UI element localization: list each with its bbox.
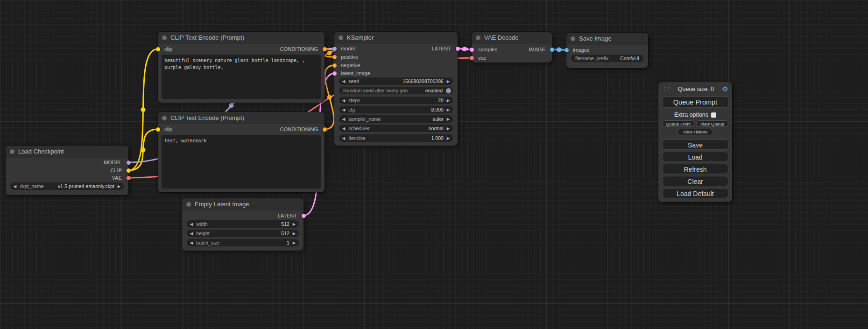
node-title-bar[interactable]: KSampler	[334, 32, 458, 44]
arrow-right-icon[interactable]: ▶	[118, 184, 120, 189]
node-title-bar[interactable]: Empty Latent Image	[182, 198, 303, 210]
arrow-left-icon[interactable]: ◀	[342, 108, 345, 112]
settings-gear-icon[interactable]: ⚙	[722, 85, 728, 93]
output-dot-model[interactable]	[127, 161, 131, 165]
arrow-left-icon[interactable]: ◀	[190, 222, 193, 226]
view-history-button[interactable]: View History	[677, 129, 714, 135]
widget-cfg[interactable]: ◀ cfg 8.000 ▶	[339, 106, 453, 113]
widget-label: seed	[348, 78, 359, 84]
node-ksampler[interactable]: KSampler model positive negative latent_…	[334, 32, 458, 146]
input-dot-model[interactable]	[332, 47, 337, 51]
collapse-dot[interactable]	[476, 35, 480, 40]
widget-batch-size[interactable]: ◀ batch_size 1 ▶	[187, 239, 299, 246]
collapse-dot[interactable]	[339, 35, 343, 40]
node-title-bar[interactable]: Load Checkpoint	[6, 146, 128, 158]
arrow-right-icon[interactable]: ▶	[293, 222, 296, 226]
extra-options-checkbox[interactable]	[711, 112, 716, 118]
output-label: CLIP	[111, 168, 122, 173]
input-dot-latent-image[interactable]	[332, 71, 337, 76]
collapse-dot[interactable]	[571, 36, 575, 41]
input-slot-samples: samples	[472, 46, 497, 53]
drag-handle-icon[interactable]: ⋮⋮	[662, 86, 670, 92]
queue-prompt-button[interactable]: Queue Prompt	[662, 96, 728, 108]
input-dot-clip[interactable]	[156, 127, 160, 132]
arrow-right-icon[interactable]: ▶	[293, 231, 296, 236]
widget-height[interactable]: ◀ height 512 ▶	[187, 230, 299, 237]
load-button[interactable]: Load	[662, 152, 728, 162]
node-clip-text-encode-positive[interactable]: CLIP Text Encode (Prompt) clip CONDITION…	[158, 32, 325, 103]
input-dot-images[interactable]	[565, 48, 569, 52]
node-clip-text-encode-negative[interactable]: CLIP Text Encode (Prompt) clip CONDITION…	[158, 112, 325, 192]
arrow-right-icon[interactable]: ▶	[447, 117, 450, 121]
widget-random-seed-toggle[interactable]: Random seed after every gen enabled	[339, 87, 453, 94]
node-load-checkpoint[interactable]: Load Checkpoint MODEL CLIP VAE ◀ ckpt_na…	[6, 146, 128, 195]
refresh-button[interactable]: Refresh	[662, 164, 728, 174]
queue-front-button[interactable]: Queue Front	[662, 120, 694, 127]
widget-denoise[interactable]: ◀ denoise 1.000 ▶	[339, 134, 453, 142]
collapse-dot[interactable]	[162, 116, 167, 120]
widget-ckpt-name[interactable]: ◀ ckpt_name v1-5-pruned-emaonly.ckpt ▶	[10, 182, 124, 190]
input-dot-vae[interactable]	[470, 56, 474, 60]
node-vae-decode[interactable]: VAE Decode samples vae IMAGE	[472, 32, 552, 63]
node-save-image[interactable]: Save Image images filename_prefix ComfyU…	[566, 33, 648, 68]
collapse-dot[interactable]	[162, 35, 167, 40]
output-slot-image: IMAGE	[529, 46, 552, 53]
queue-panel-header[interactable]: ⋮⋮ Queue size: 0 ⚙	[662, 85, 728, 93]
output-dot-latent[interactable]	[302, 214, 306, 218]
arrow-right-icon[interactable]: ▶	[447, 126, 450, 131]
arrow-left-icon[interactable]: ◀	[342, 126, 345, 131]
save-button[interactable]: Save	[662, 140, 728, 150]
arrow-left-icon[interactable]: ◀	[342, 136, 345, 140]
node-empty-latent-image[interactable]: Empty Latent Image LATENT ◀ width 512 ▶ …	[182, 198, 303, 251]
clear-button[interactable]: Clear	[662, 176, 728, 186]
toggle-knob[interactable]	[446, 88, 451, 93]
arrow-left-icon[interactable]: ◀	[190, 231, 193, 236]
prompt-textarea[interactable]: text, watermark	[162, 135, 321, 189]
arrow-right-icon[interactable]: ▶	[293, 241, 296, 245]
input-dot-clip[interactable]	[156, 47, 160, 51]
arrow-right-icon[interactable]: ▶	[447, 108, 450, 112]
output-dot-conditioning[interactable]	[323, 47, 327, 51]
arrow-left-icon[interactable]: ◀	[342, 79, 345, 84]
input-dot-samples[interactable]	[470, 48, 474, 52]
node-title-bar[interactable]: CLIP Text Encode (Prompt)	[158, 112, 325, 124]
arrow-right-icon[interactable]: ▶	[447, 98, 450, 103]
widget-value: 512	[210, 231, 289, 236]
arrow-left-icon[interactable]: ◀	[190, 241, 193, 245]
output-dot-clip[interactable]	[127, 168, 131, 173]
widget-seed[interactable]: ◀ seed 156680208700286 ▶	[339, 77, 453, 85]
widget-sampler-name[interactable]: ◀ sampler_name euler ▶	[339, 115, 453, 123]
input-dot-positive[interactable]	[332, 55, 337, 59]
output-dot-conditioning[interactable]	[323, 127, 327, 132]
node-graph-canvas[interactable]: Load Checkpoint MODEL CLIP VAE ◀ ckpt_na…	[0, 0, 868, 329]
node-title-bar[interactable]: CLIP Text Encode (Prompt)	[158, 32, 325, 44]
widget-label: steps	[348, 98, 360, 103]
widget-steps[interactable]: ◀ steps 20 ▶	[339, 97, 453, 104]
arrow-right-icon[interactable]: ▶	[447, 136, 450, 140]
prompt-textarea[interactable]: beautiful scenery nature glass bottle la…	[162, 55, 321, 99]
widget-label: height	[196, 231, 210, 236]
input-dot-negative[interactable]	[332, 63, 337, 68]
widget-label: sampler_name	[348, 116, 381, 122]
link-midpoint-dot	[327, 51, 332, 56]
collapse-dot[interactable]	[186, 202, 191, 207]
queue-small-buttons-row: Queue Front View Queue	[662, 120, 728, 127]
collapse-dot[interactable]	[10, 149, 14, 154]
output-dot-image[interactable]	[550, 48, 554, 52]
widget-width[interactable]: ◀ width 512 ▶	[187, 220, 299, 228]
arrow-right-icon[interactable]: ▶	[447, 79, 450, 84]
node-title-bar[interactable]: Save Image	[566, 33, 648, 45]
node-title: VAE Decode	[484, 34, 518, 41]
widget-scheduler[interactable]: ◀ scheduler normal ▶	[339, 125, 453, 132]
view-queue-button[interactable]: View Queue	[696, 120, 728, 127]
node-title-bar[interactable]: VAE Decode	[472, 32, 552, 44]
load-default-button[interactable]: Load Default	[662, 188, 728, 198]
arrow-left-icon[interactable]: ◀	[342, 98, 345, 103]
output-dot-vae[interactable]	[127, 176, 131, 180]
widget-filename-prefix[interactable]: filename_prefix ComfyUI	[571, 55, 643, 62]
arrow-left-icon[interactable]: ◀	[342, 117, 345, 121]
input-label: latent_image	[341, 70, 370, 76]
arrow-left-icon[interactable]: ◀	[14, 184, 16, 189]
output-dot-latent[interactable]	[456, 47, 460, 51]
output-slot-model: MODEL	[104, 159, 128, 166]
